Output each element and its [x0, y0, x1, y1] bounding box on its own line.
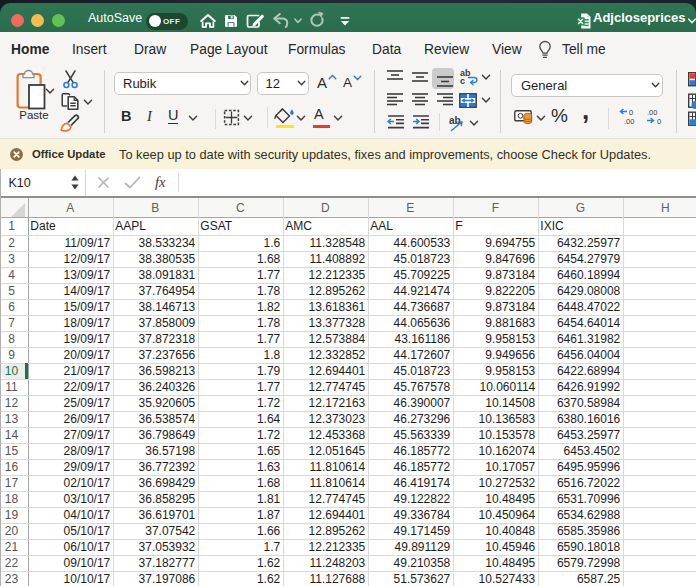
svg-text:.00: .00 [647, 108, 657, 117]
svg-text:.00: .00 [624, 117, 634, 125]
svg-text:0: 0 [629, 108, 633, 117]
svg-text:0: 0 [657, 117, 661, 125]
